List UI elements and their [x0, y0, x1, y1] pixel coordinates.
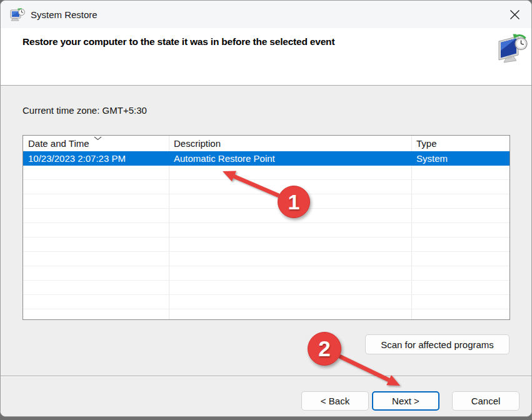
system-restore-icon-large	[498, 31, 528, 64]
dialog-header: Restore your computer to the state it wa…	[1, 28, 531, 86]
system-restore-icon	[10, 8, 25, 21]
cell-date-time: 10/23/2023 2:07:23 PM	[23, 151, 169, 166]
cancel-button[interactable]: Cancel	[452, 391, 519, 411]
timezone-label: Current time zone: GMT+5:30	[23, 105, 147, 116]
header-instruction: Restore your computer to the state it wa…	[23, 36, 334, 48]
dialog-body: Current time zone: GMT+5:30 Date and Tim…	[1, 86, 531, 376]
column-header-description[interactable]: Description	[169, 136, 411, 151]
empty-rows-area[interactable]	[23, 166, 509, 319]
sort-descending-icon	[94, 136, 102, 141]
window-title: System Restore	[31, 9, 98, 20]
column-header-type[interactable]: Type	[411, 136, 509, 151]
scan-affected-programs-button[interactable]: Scan for affected programs	[365, 334, 509, 354]
table-header-row: Date and Time Description Type	[23, 136, 509, 151]
cell-description: Automatic Restore Point	[169, 151, 411, 166]
bottom-button-bar: < Back Next > Cancel	[1, 377, 531, 417]
back-button[interactable]: < Back	[301, 391, 369, 411]
restore-point-row-selected[interactable]: 10/23/2023 2:07:23 PM Automatic Restore …	[23, 151, 509, 166]
close-button[interactable]	[505, 6, 524, 23]
titlebar[interactable]: System Restore	[1, 1, 531, 28]
column-header-date-and-time[interactable]: Date and Time	[23, 136, 169, 151]
cell-type: System	[411, 151, 509, 166]
system-restore-dialog: System Restore Restore your computer to …	[0, 0, 532, 417]
next-button[interactable]: Next >	[372, 391, 439, 411]
close-icon	[509, 9, 520, 20]
restore-points-table[interactable]: Date and Time Description Type 10/23/202…	[23, 135, 510, 320]
